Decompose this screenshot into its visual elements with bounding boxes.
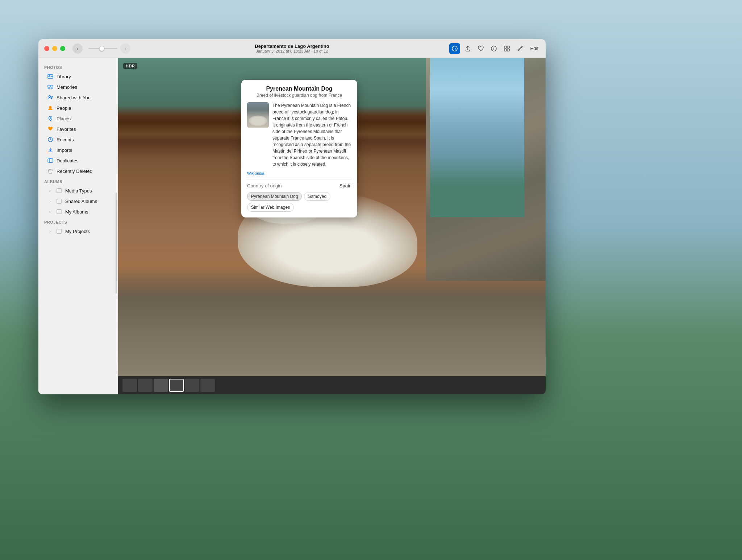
- recents-icon: [47, 136, 54, 143]
- sidebar-item-shared-albums[interactable]: › Shared Albums: [41, 196, 115, 206]
- shared-albums-icon: [56, 198, 62, 204]
- photos-window: ‹ › Departamento de Lago Argentino Janua…: [38, 39, 546, 394]
- memories-icon: [47, 84, 54, 90]
- svg-point-16: [49, 106, 52, 109]
- sidebar-scrollbar: [116, 192, 117, 293]
- favorite-button[interactable]: [475, 43, 486, 54]
- visual-lookup-button[interactable]: [449, 43, 460, 54]
- filmstrip-thumb[interactable]: [122, 379, 137, 392]
- filmstrip-thumb[interactable]: [185, 379, 199, 392]
- edit-button[interactable]: Edit: [528, 44, 541, 53]
- svg-rect-12: [48, 88, 50, 89]
- titlebar: ‹ › Departamento de Lago Argentino Janua…: [38, 39, 546, 58]
- visual-lookup-icon: [451, 45, 458, 52]
- info-button[interactable]: i: [488, 43, 499, 54]
- zoom-thumb: [99, 46, 104, 51]
- library-label: Library: [57, 74, 71, 79]
- my-albums-label: My Albums: [65, 209, 88, 215]
- places-label: Places: [57, 116, 71, 121]
- filmstrip-thumb[interactable]: [154, 379, 168, 392]
- my-albums-icon: [56, 208, 62, 215]
- sidebar-item-my-projects[interactable]: › My Projects: [41, 226, 115, 236]
- share-icon: [464, 45, 471, 52]
- shared-albums-label: Shared Albums: [65, 199, 97, 204]
- my-projects-label: My Projects: [65, 229, 90, 234]
- info-source[interactable]: Wikipedia: [247, 171, 351, 175]
- sidebar-item-recently-deleted[interactable]: Recently Deleted: [41, 166, 115, 176]
- recents-label: Recents: [57, 137, 74, 142]
- navigation-controls: ‹ ›: [72, 43, 130, 54]
- sidebar-item-my-albums[interactable]: › My Albums: [41, 207, 115, 217]
- share-button[interactable]: [462, 43, 473, 54]
- sidebar-item-duplicates[interactable]: Duplicates: [41, 155, 115, 166]
- breed-description: The Pyrenean Mountain Dog is a French br…: [272, 102, 351, 167]
- country-row: Country of origin Spain: [247, 183, 351, 188]
- favorites-label: Favorites: [57, 126, 76, 132]
- expand-icon-media-types: ›: [47, 188, 53, 194]
- places-icon: [47, 115, 54, 122]
- visual-lookup-panel[interactable]: Pyrenean Mountain Dog Breed of livestock…: [241, 80, 357, 217]
- tag-samoyed[interactable]: Samoyed: [304, 192, 330, 201]
- sidebar: Photos Library Memories Shared with You: [38, 58, 118, 394]
- library-icon: [47, 73, 54, 80]
- filmstrip-thumb[interactable]: [200, 379, 215, 392]
- svg-rect-23: [57, 199, 61, 203]
- svg-rect-22: [57, 188, 61, 193]
- breed-title: Pyrenean Mountain Dog: [247, 86, 351, 92]
- close-button[interactable]: [44, 46, 49, 51]
- photo-viewing-area[interactable]: HDR Pyrenean Mountain Dog Breed of lives…: [118, 58, 546, 394]
- shared-with-you-label: Shared with You: [57, 95, 91, 100]
- sidebar-item-recents[interactable]: Recents: [41, 134, 115, 145]
- sidebar-item-shared-with-you[interactable]: Shared with You: [41, 92, 115, 103]
- titlebar-info: Departamento de Lago Argentino January 3…: [255, 43, 329, 53]
- imports-icon: [47, 147, 54, 153]
- svg-point-14: [49, 96, 51, 98]
- svg-point-17: [50, 117, 51, 119]
- country-label: Country of origin: [247, 183, 282, 188]
- tag-similar-web[interactable]: Similar Web Images: [247, 203, 294, 212]
- svg-rect-6: [504, 49, 507, 51]
- svg-rect-5: [507, 46, 509, 48]
- breed-tags: Pyrenean Mountain Dog Samoyed Similar We…: [247, 192, 351, 212]
- forward-button[interactable]: ›: [120, 43, 130, 54]
- photos-section-label: Photos: [38, 62, 118, 71]
- sidebar-item-favorites[interactable]: Favorites: [41, 124, 115, 134]
- filmstrip-thumb[interactable]: [138, 379, 153, 392]
- sidebar-item-library[interactable]: Library: [41, 71, 115, 82]
- sidebar-item-memories[interactable]: Memories: [41, 82, 115, 92]
- back-button[interactable]: ‹: [72, 43, 83, 54]
- toolbar-actions: i Edit: [449, 43, 541, 54]
- svg-rect-20: [49, 159, 53, 162]
- media-types-icon: [56, 187, 62, 194]
- sidebar-item-imports[interactable]: Imports: [41, 145, 115, 155]
- people-label: People: [57, 105, 71, 111]
- zoom-slider[interactable]: [88, 48, 117, 49]
- main-content: Photos Library Memories Shared with You: [38, 58, 546, 394]
- people-icon: [47, 105, 54, 111]
- svg-point-15: [51, 96, 53, 98]
- filmstrip: [118, 376, 546, 394]
- recently-deleted-label: Recently Deleted: [57, 169, 92, 174]
- sidebar-item-media-types[interactable]: › Media Types: [41, 186, 115, 196]
- breed-subtitle: Breed of livestock guardian dog from Fra…: [247, 93, 351, 98]
- tag-pyrenean[interactable]: Pyrenean Mountain Dog: [247, 192, 302, 201]
- sidebar-item-people[interactable]: People: [41, 103, 115, 113]
- markup-button[interactable]: [514, 43, 525, 54]
- minimize-button[interactable]: [52, 46, 57, 51]
- grid-icon: [504, 45, 510, 52]
- info-icon: i: [491, 45, 497, 52]
- shared-with-you-icon: [47, 94, 54, 101]
- maximize-button[interactable]: [60, 46, 65, 51]
- thumb-dog-body: [249, 116, 267, 126]
- sidebar-item-places[interactable]: Places: [41, 113, 115, 124]
- grid-button[interactable]: [501, 43, 512, 54]
- markup-icon: [517, 45, 523, 52]
- svg-text:i: i: [493, 46, 494, 51]
- photo-meta: January 3, 2012 at 8:18:23 AM · 10 of 12: [255, 49, 329, 53]
- zoom-track: [88, 48, 117, 49]
- expand-icon-my-albums: ›: [47, 209, 53, 215]
- svg-rect-13: [51, 88, 53, 89]
- breed-thumbnail: [247, 102, 269, 128]
- info-content-area: The Pyrenean Mountain Dog is a French br…: [247, 102, 351, 167]
- filmstrip-thumb-active[interactable]: [169, 379, 184, 392]
